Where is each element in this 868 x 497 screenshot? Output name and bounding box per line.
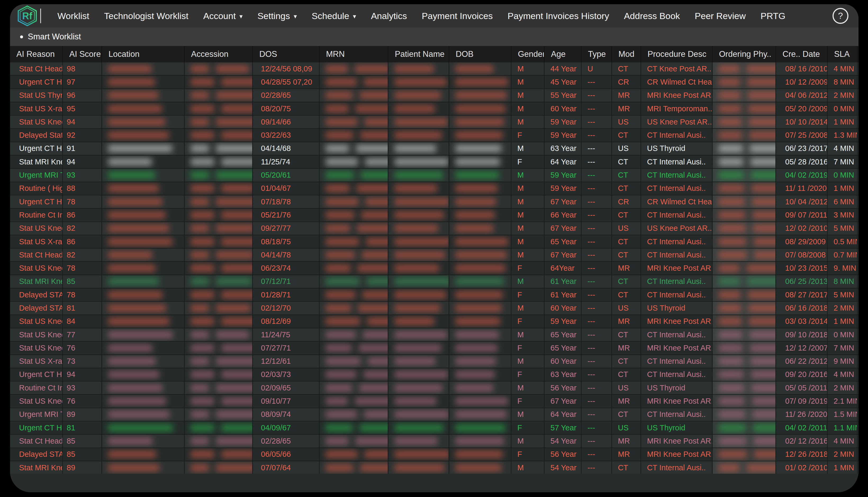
cell-patient-name-redacted	[388, 129, 449, 141]
redacted-blur	[748, 291, 776, 298]
cell-ai-score: 76	[63, 395, 102, 407]
table-row[interactable]: Routine Ct Inte.. 93 02/09/65 M 56 Year …	[10, 382, 858, 395]
nav-item-schedule[interactable]: Schedule▾	[304, 11, 363, 21]
table-row[interactable]: Delayed STAT 81 02/12/70 M 60 Year --- U…	[10, 302, 858, 315]
cell-procedure-desc: CT Internal Ausi..	[641, 288, 713, 301]
cell-location-redacted	[102, 89, 185, 102]
table-row[interactable]: Delayed Stat.. 92 03/22/63 F 59 Year ---…	[10, 129, 858, 142]
table-row[interactable]: Stat US Knee.. 94 09/14/66 M 59 Year ---…	[10, 115, 858, 129]
cell-mod: US	[612, 222, 641, 235]
cell-mod: CT	[612, 169, 641, 181]
cell-cre-date: 08/ 27 /2017	[776, 288, 828, 301]
cell-ai-reason: Urgent MRI TM.	[10, 408, 63, 421]
cell-cre-date: 07/ 08/2008	[776, 248, 828, 261]
column-header-ai-reason[interactable]: AI Reason	[10, 46, 63, 62]
table-row[interactable]: Stat US X-ray Ei 86 08/18/75 M 65 Year -…	[10, 235, 858, 248]
column-header-patient-name[interactable]: Patient Name	[388, 46, 449, 62]
table-row[interactable]: Routine ( High).. 88 01/04/67 M 59 Year …	[10, 182, 858, 195]
help-icon[interactable]: ?	[832, 8, 849, 24]
nav-item-payment-invoices[interactable]: Payment Invoices	[414, 11, 500, 21]
table-row[interactable]: Urgent MRI TM. 93 05/20/61 M 59 Year ---…	[10, 169, 858, 182]
redacted-blur	[216, 145, 253, 152]
redacted-blur	[455, 79, 508, 86]
column-header-gender[interactable]: Gender	[511, 46, 545, 62]
table-row[interactable]: Urgent CT He.. 97 04/28/55 07,20 M 45 Ye…	[10, 75, 858, 89]
column-header-dos[interactable]: DOS	[253, 46, 320, 62]
table-row[interactable]: Stat US Knee.. 77 11/24/75 M 65 Year ---…	[10, 328, 858, 342]
nav-item-label: Analytics	[371, 11, 407, 21]
cell-accession-redacted	[185, 315, 253, 328]
table-row[interactable]: Routine Ct Inte.. 86 05/21/76 M 66 Year …	[10, 209, 858, 222]
nav-item-payment-invoices-history[interactable]: Payment Invoices History	[500, 11, 617, 21]
nav-item-peer-review[interactable]: Peer Review	[687, 11, 753, 21]
cell-dos: 03/22/63	[253, 129, 320, 141]
table-row[interactable]: Stat Ct Head.. 82 04/14/78 M 67 Year ---…	[10, 248, 858, 262]
cell-procedure-desc: CT Internal Ausi..	[641, 275, 713, 288]
table-row[interactable]: Stat US Knee.. 82 09/27/77 M 67 Year ---…	[10, 222, 858, 235]
table-row[interactable]: Stat US X-ray Ei 95 08/20/75 M 60 Year -…	[10, 102, 858, 115]
column-header-ai-score[interactable]: AI Score	[63, 46, 102, 62]
column-header-dob[interactable]: DOB	[449, 46, 511, 62]
nav-item-prtg[interactable]: PRTG	[753, 11, 793, 21]
column-header-type[interactable]: Type	[582, 46, 612, 62]
table-row[interactable]: Delayed STAT 78 01/28/71 F 61 Year --- C…	[10, 288, 858, 302]
nav-item-worklist[interactable]: Worklist	[50, 11, 97, 21]
cell-ai-score: 73	[63, 355, 102, 368]
nav-item-analytics[interactable]: Analytics	[363, 11, 414, 21]
tab-smart-worklist[interactable]: Smart Worklist	[20, 32, 81, 42]
table-row[interactable]: Stat MRI Knee.. 85 07/12/71 M 61 Year --…	[10, 275, 858, 288]
cell-type: ---	[582, 248, 612, 261]
cell-ai-reason: Delayed STAT	[10, 302, 63, 314]
nav-item-label: Technologist Worklist	[104, 11, 189, 21]
cell-accession-redacted	[185, 448, 253, 461]
table-row[interactable]: Stat Ct Head.. 98 12/24/56 08,09 M 44 Ye…	[10, 62, 858, 75]
cell-dos: 11/25/74	[253, 155, 320, 168]
column-header-sla[interactable]: SLA	[828, 46, 858, 62]
cell-location-redacted	[102, 155, 185, 168]
table-row[interactable]: Stat US Thyroi.. 96 02/28/65 M 55 Year -…	[10, 89, 858, 102]
table-row[interactable]: Stat Ct Head.. 85 02/28/65 M 54 Year ---…	[10, 435, 858, 448]
column-header-age[interactable]: Age	[545, 46, 582, 62]
cell-ai-score: 76	[63, 342, 102, 354]
redacted-blur	[365, 158, 388, 166]
table-row[interactable]: Stat US X-ray Ei 73 12/12/61 M 60 Year -…	[10, 355, 858, 368]
column-header-location[interactable]: Location	[102, 46, 185, 62]
cell-ai-score: 94	[63, 155, 102, 168]
column-header-accession[interactable]: Accession	[185, 46, 253, 62]
table-row[interactable]: Stat US Knee.. 76 09/10/77 F 67 Year ---…	[10, 395, 858, 408]
column-header-procedure-desc[interactable]: Procedure Desc	[641, 46, 713, 62]
column-header-mrn[interactable]: MRN	[320, 46, 388, 62]
cell-gender: F	[511, 395, 545, 407]
table-row[interactable]: Stat MRI Knee.. 94 11/25/74 F 64 Year --…	[10, 155, 858, 169]
table-row[interactable]: Urgent MRI TM. 89 08/09/74 M 64 Year ---…	[10, 408, 858, 422]
nav-item-settings[interactable]: Settings▾	[250, 11, 304, 21]
table-row[interactable]: Stat US Knee.. 78 06/23/74 F 64Year --- …	[10, 262, 858, 275]
table-row[interactable]: Stat MRI Knee.. 89 07/07/64 M 54 Year --…	[10, 461, 858, 474]
table-row[interactable]: Delayed STAT 85 06/05/66 F 56 Year --- M…	[10, 448, 858, 461]
table-row[interactable]: Urgent CT He.. 94 02/03/73 F 63 Year ---…	[10, 368, 858, 382]
table-row[interactable]: Stat US Knee.. 76 07/27/71 F 65 Year ---…	[10, 342, 858, 355]
cell-age: 64Year	[545, 262, 582, 274]
cell-type: ---	[582, 115, 612, 128]
cell-dos: 02/09/65	[253, 382, 320, 394]
redacted-blur	[359, 344, 388, 352]
table-row[interactable]: Urgent CT He.. 78 07/18/78 M 67 Year ---…	[10, 195, 858, 209]
cell-accession-redacted	[185, 102, 253, 115]
table-row[interactable]: Urgent CT He.. 81 04/09/67 F 57 Year ---…	[10, 422, 858, 435]
cell-mod: MR	[612, 102, 641, 115]
nav-item-account[interactable]: Account▾	[196, 11, 250, 21]
nav-item-technologist-worklist[interactable]: Technologist Worklist	[97, 11, 196, 21]
column-header-mod[interactable]: Mod	[612, 46, 641, 62]
column-header-ordering-phy-[interactable]: Ordering Phy..	[713, 46, 776, 62]
cell-dob-redacted	[449, 461, 511, 474]
redacted-blur	[367, 318, 388, 325]
redacted-blur	[394, 118, 448, 126]
table-row[interactable]: Stat US Knee.. 84 08/12/69 F 59 Year ---…	[10, 315, 858, 328]
table-row[interactable]: Urgent CT He.. 91 04/14/68 M 63 Year ---…	[10, 142, 858, 155]
redacted-blur	[455, 185, 497, 192]
nav-item-address-book[interactable]: Address Book	[617, 11, 688, 21]
cell-accession-redacted	[185, 395, 253, 407]
column-header-cre-date[interactable]: Cre.. Date	[776, 46, 828, 62]
cell-sla: 5 MIN	[828, 288, 858, 301]
redacted-blur	[749, 331, 776, 338]
